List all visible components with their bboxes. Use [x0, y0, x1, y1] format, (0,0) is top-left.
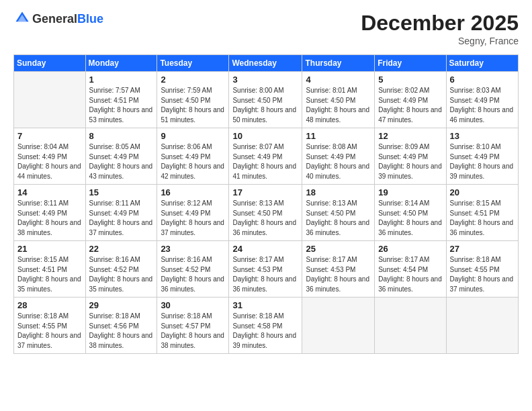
calendar-cell: 22Sunrise: 8:16 AMSunset: 4:52 PMDayligh…: [85, 241, 157, 298]
day-info: Sunrise: 8:09 AMSunset: 4:49 PMDaylight:…: [378, 142, 442, 181]
day-number: 10: [232, 131, 298, 141]
calendar-cell: 21Sunrise: 8:15 AMSunset: 4:51 PMDayligh…: [14, 241, 86, 298]
day-number: 25: [306, 244, 371, 254]
calendar-header-thursday: Thursday: [302, 55, 375, 72]
day-number: 5: [378, 75, 442, 85]
logo: GeneralBlue: [13, 11, 103, 28]
day-number: 9: [161, 131, 225, 141]
day-info: Sunrise: 8:17 AMSunset: 4:53 PMDaylight:…: [306, 255, 371, 294]
calendar-header-wednesday: Wednesday: [229, 55, 302, 72]
calendar-cell: 20Sunrise: 8:15 AMSunset: 4:51 PMDayligh…: [446, 185, 518, 241]
calendar-cell: 14Sunrise: 8:11 AMSunset: 4:49 PMDayligh…: [14, 185, 86, 241]
day-number: 3: [232, 75, 298, 85]
calendar-cell: 4Sunrise: 8:01 AMSunset: 4:50 PMDaylight…: [302, 72, 375, 128]
day-info: Sunrise: 7:57 AMSunset: 4:51 PMDaylight:…: [89, 86, 154, 125]
day-number: 26: [378, 244, 442, 254]
calendar-table: SundayMondayTuesdayWednesdayThursdayFrid…: [13, 54, 519, 354]
calendar-cell: [302, 298, 375, 354]
day-info: Sunrise: 8:13 AMSunset: 4:50 PMDaylight:…: [306, 199, 371, 238]
day-number: 2: [161, 75, 225, 85]
calendar-header-saturday: Saturday: [446, 55, 518, 72]
calendar-cell: [446, 298, 518, 354]
calendar-cell: 5Sunrise: 8:02 AMSunset: 4:49 PMDaylight…: [375, 72, 446, 128]
day-number: 28: [17, 300, 82, 310]
day-number: 4: [306, 75, 371, 85]
calendar-cell: 11Sunrise: 8:08 AMSunset: 4:49 PMDayligh…: [302, 128, 375, 185]
day-number: 6: [450, 75, 515, 85]
day-number: 27: [450, 244, 515, 254]
day-info: Sunrise: 8:18 AMSunset: 4:56 PMDaylight:…: [89, 312, 154, 351]
calendar-cell: 24Sunrise: 8:17 AMSunset: 4:53 PMDayligh…: [229, 241, 302, 298]
day-number: 15: [89, 187, 154, 197]
calendar-cell: 26Sunrise: 8:17 AMSunset: 4:54 PMDayligh…: [375, 241, 446, 298]
calendar-week-0: 1Sunrise: 7:57 AMSunset: 4:51 PMDaylight…: [14, 72, 519, 128]
day-number: 18: [306, 187, 371, 197]
calendar-cell: 30Sunrise: 8:18 AMSunset: 4:57 PMDayligh…: [157, 298, 229, 354]
calendar-cell: 13Sunrise: 8:10 AMSunset: 4:49 PMDayligh…: [446, 128, 518, 185]
day-number: 16: [161, 187, 225, 197]
location: Segny, France: [361, 36, 519, 46]
day-info: Sunrise: 8:02 AMSunset: 4:49 PMDaylight:…: [378, 86, 442, 125]
calendar-cell: [375, 298, 446, 354]
day-info: Sunrise: 8:00 AMSunset: 4:50 PMDaylight:…: [232, 86, 298, 125]
calendar-cell: 10Sunrise: 8:07 AMSunset: 4:49 PMDayligh…: [229, 128, 302, 185]
calendar-header-friday: Friday: [375, 55, 446, 72]
calendar-cell: 2Sunrise: 7:59 AMSunset: 4:50 PMDaylight…: [157, 72, 229, 128]
logo-general-text: General: [32, 12, 77, 26]
day-info: Sunrise: 8:06 AMSunset: 4:49 PMDaylight:…: [161, 142, 225, 181]
calendar-cell: 8Sunrise: 8:05 AMSunset: 4:49 PMDaylight…: [85, 128, 157, 185]
day-info: Sunrise: 8:16 AMSunset: 4:52 PMDaylight:…: [161, 255, 225, 294]
day-number: 31: [232, 300, 298, 310]
day-info: Sunrise: 8:03 AMSunset: 4:49 PMDaylight:…: [450, 86, 515, 125]
calendar-header-sunday: Sunday: [14, 55, 86, 72]
header: GeneralBlue December 2025 Segny, France: [13, 11, 519, 46]
calendar-week-1: 7Sunrise: 8:04 AMSunset: 4:49 PMDaylight…: [14, 128, 519, 185]
day-number: 7: [17, 131, 82, 141]
calendar-cell: 17Sunrise: 8:13 AMSunset: 4:50 PMDayligh…: [229, 185, 302, 241]
calendar-cell: 28Sunrise: 8:18 AMSunset: 4:55 PMDayligh…: [14, 298, 86, 354]
day-number: 21: [17, 244, 82, 254]
day-info: Sunrise: 8:18 AMSunset: 4:55 PMDaylight:…: [17, 312, 82, 351]
calendar-cell: 6Sunrise: 8:03 AMSunset: 4:49 PMDaylight…: [446, 72, 518, 128]
day-info: Sunrise: 8:18 AMSunset: 4:58 PMDaylight:…: [232, 312, 298, 351]
day-number: 24: [232, 244, 298, 254]
day-info: Sunrise: 8:11 AMSunset: 4:49 PMDaylight:…: [17, 199, 82, 238]
calendar-cell: 3Sunrise: 8:00 AMSunset: 4:50 PMDaylight…: [229, 72, 302, 128]
day-info: Sunrise: 8:07 AMSunset: 4:49 PMDaylight:…: [232, 142, 298, 181]
day-number: 22: [89, 244, 154, 254]
calendar-cell: 25Sunrise: 8:17 AMSunset: 4:53 PMDayligh…: [302, 241, 375, 298]
day-info: Sunrise: 8:18 AMSunset: 4:55 PMDaylight:…: [450, 255, 515, 294]
calendar-cell: 15Sunrise: 8:11 AMSunset: 4:49 PMDayligh…: [85, 185, 157, 241]
day-number: 14: [17, 187, 82, 197]
day-number: 17: [232, 187, 298, 197]
calendar-cell: 1Sunrise: 7:57 AMSunset: 4:51 PMDaylight…: [85, 72, 157, 128]
day-number: 20: [450, 187, 515, 197]
day-info: Sunrise: 8:15 AMSunset: 4:51 PMDaylight:…: [450, 199, 515, 238]
day-number: 13: [450, 131, 515, 141]
day-number: 19: [378, 187, 442, 197]
day-number: 23: [161, 244, 225, 254]
day-info: Sunrise: 8:17 AMSunset: 4:53 PMDaylight:…: [232, 255, 298, 294]
calendar-header-row: SundayMondayTuesdayWednesdayThursdayFrid…: [14, 55, 519, 72]
day-number: 8: [89, 131, 154, 141]
calendar-cell: 16Sunrise: 8:12 AMSunset: 4:49 PMDayligh…: [157, 185, 229, 241]
day-info: Sunrise: 8:11 AMSunset: 4:49 PMDaylight:…: [89, 199, 154, 238]
calendar-header-tuesday: Tuesday: [157, 55, 229, 72]
calendar-cell: 7Sunrise: 8:04 AMSunset: 4:49 PMDaylight…: [14, 128, 86, 185]
day-number: 30: [161, 300, 225, 310]
day-info: Sunrise: 8:16 AMSunset: 4:52 PMDaylight:…: [89, 255, 154, 294]
calendar-week-2: 14Sunrise: 8:11 AMSunset: 4:49 PMDayligh…: [14, 185, 519, 241]
calendar-header-monday: Monday: [85, 55, 157, 72]
day-info: Sunrise: 8:13 AMSunset: 4:50 PMDaylight:…: [232, 199, 298, 238]
day-info: Sunrise: 8:15 AMSunset: 4:51 PMDaylight:…: [17, 255, 82, 294]
day-info: Sunrise: 8:05 AMSunset: 4:49 PMDaylight:…: [89, 142, 154, 181]
day-number: 12: [378, 131, 442, 141]
calendar-cell: 18Sunrise: 8:13 AMSunset: 4:50 PMDayligh…: [302, 185, 375, 241]
day-info: Sunrise: 8:18 AMSunset: 4:57 PMDaylight:…: [161, 312, 225, 351]
page: GeneralBlue December 2025 Segny, France …: [0, 0, 532, 411]
calendar-week-3: 21Sunrise: 8:15 AMSunset: 4:51 PMDayligh…: [14, 241, 519, 298]
calendar-cell: 9Sunrise: 8:06 AMSunset: 4:49 PMDaylight…: [157, 128, 229, 185]
day-info: Sunrise: 8:08 AMSunset: 4:49 PMDaylight:…: [306, 142, 371, 181]
day-number: 1: [89, 75, 154, 85]
calendar-cell: 23Sunrise: 8:16 AMSunset: 4:52 PMDayligh…: [157, 241, 229, 298]
